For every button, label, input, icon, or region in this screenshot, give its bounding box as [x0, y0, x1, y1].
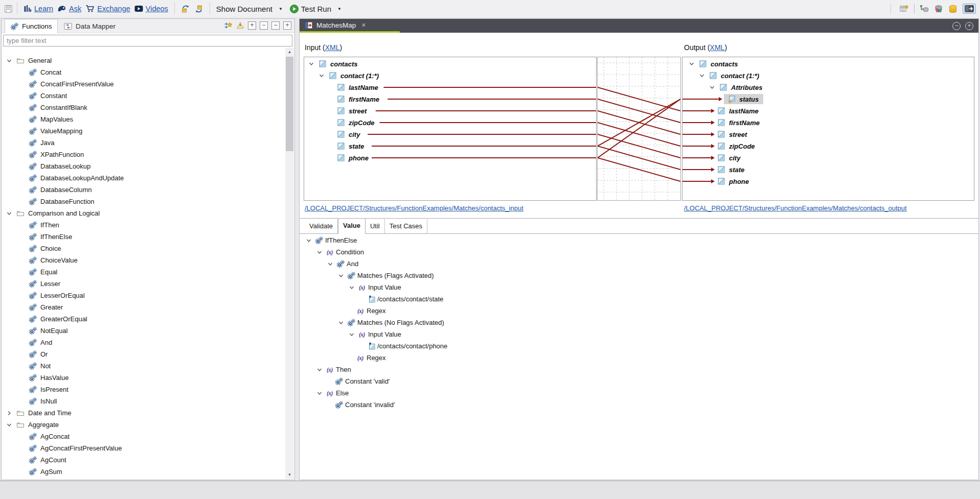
- chevron-down-icon[interactable]: [337, 273, 345, 279]
- exchange-link-label[interactable]: Exchange: [97, 5, 130, 13]
- filter-input[interactable]: [3, 35, 292, 46]
- function-category-row[interactable]: Date and Time: [2, 407, 285, 419]
- schema-node-lastname[interactable]: lastName: [682, 105, 974, 116]
- show-document-dropdown[interactable]: Show Document ▼: [216, 5, 283, 13]
- chevron-down-icon[interactable]: [318, 73, 325, 79]
- function-row[interactable]: IfThen: [2, 219, 285, 231]
- maximize-view-icon[interactable]: +: [283, 21, 291, 30]
- schema-node-city[interactable]: city: [682, 152, 974, 163]
- output-xml-link[interactable]: XML: [710, 43, 725, 52]
- function-row[interactable]: AgCount: [2, 454, 285, 466]
- value-tree-row[interactable]: (x)Input Value: [300, 328, 978, 340]
- test-run-button[interactable]: Test Run ▼: [290, 5, 341, 13]
- function-row[interactable]: ValueMapping: [2, 125, 285, 137]
- function-row[interactable]: Choice: [2, 243, 285, 254]
- function-row[interactable]: Or: [2, 348, 285, 360]
- db-report-icon[interactable]: [934, 5, 943, 13]
- value-tree-row[interactable]: Constant 'valid': [300, 375, 978, 387]
- tab-data-mapper[interactable]: Data Mapper: [59, 19, 121, 33]
- value-tree-row[interactable]: (x)Then: [300, 364, 978, 375]
- function-row[interactable]: HasValue: [2, 372, 285, 384]
- import-function-icon[interactable]: [236, 21, 244, 30]
- schema-node-zipcode[interactable]: zipCode: [304, 117, 596, 128]
- function-row[interactable]: Java: [2, 137, 285, 149]
- function-row[interactable]: LesserOrEqual: [2, 290, 285, 301]
- tab-test-cases[interactable]: Test Cases: [385, 219, 427, 233]
- function-row[interactable]: AgConcatFirstPresentValue: [2, 442, 285, 454]
- function-row[interactable]: DatabaseFunction: [2, 196, 285, 207]
- function-row[interactable]: DatabaseColumn: [2, 184, 285, 196]
- chevron-down-icon[interactable]: [709, 84, 716, 90]
- scrollbar-thumb[interactable]: [286, 57, 293, 151]
- chevron-down-icon[interactable]: [315, 390, 324, 396]
- ask-link[interactable]: Ask: [57, 5, 81, 13]
- scroll-up-icon[interactable]: ▲: [285, 47, 294, 56]
- tab-util[interactable]: Util: [366, 219, 385, 233]
- sync-pull-icon[interactable]: [181, 5, 190, 13]
- value-tree-row[interactable]: (x)Input Value: [300, 281, 978, 293]
- sync-push-icon[interactable]: [194, 5, 203, 13]
- function-row[interactable]: IfThenElse: [2, 231, 285, 243]
- schema-node-phone[interactable]: phone: [304, 152, 596, 163]
- schema-node-state[interactable]: state: [304, 140, 596, 152]
- schema-node-firstname[interactable]: firstName: [304, 93, 596, 105]
- schema-node-contacts[interactable]: contacts: [304, 58, 596, 69]
- tab-validate[interactable]: Validate: [305, 219, 338, 233]
- structure-tree-icon[interactable]: [920, 5, 929, 13]
- function-row[interactable]: DatabaseLookup: [2, 160, 285, 172]
- function-row[interactable]: Not: [2, 360, 285, 372]
- function-row[interactable]: IsNull: [2, 395, 285, 407]
- function-row[interactable]: GreaterOrEqual: [2, 313, 285, 325]
- videos-link[interactable]: Videos: [134, 5, 168, 13]
- chevron-down-icon[interactable]: [315, 367, 324, 373]
- active-perspective-button[interactable]: [963, 4, 976, 14]
- chevron-down-icon[interactable]: [698, 73, 705, 79]
- value-tree-row[interactable]: Constant 'invalid': [300, 399, 978, 411]
- function-category-row[interactable]: General: [2, 55, 285, 66]
- chevron-down-icon[interactable]: [6, 210, 13, 217]
- schema-node-attributes[interactable]: Attributes: [682, 82, 974, 93]
- value-tree-row[interactable]: Matches (No Flags Activated): [300, 317, 978, 328]
- schema-node-firstname[interactable]: firstName: [682, 117, 974, 128]
- function-row[interactable]: ConcatFirstPresentValue: [2, 78, 285, 90]
- chevron-down-icon[interactable]: [315, 249, 324, 255]
- new-table-icon[interactable]: [900, 5, 909, 13]
- chevron-down-icon[interactable]: [337, 320, 345, 326]
- schema-node-city[interactable]: city: [304, 129, 596, 140]
- schema-node-lastname[interactable]: lastName: [304, 82, 596, 93]
- function-row[interactable]: Greater: [2, 301, 285, 313]
- value-tree-row[interactable]: /contacts/contact/phone: [300, 340, 978, 352]
- maximize-editor-icon[interactable]: +: [965, 22, 973, 30]
- input-xml-link[interactable]: XML: [325, 43, 340, 52]
- schema-node-status[interactable]: status: [682, 93, 974, 105]
- scroll-down-icon[interactable]: ▼: [285, 470, 294, 479]
- function-row[interactable]: IsPresent: [2, 384, 285, 395]
- schema-node-contact-1-[interactable]: contact (1:*): [682, 70, 974, 81]
- function-row[interactable]: AgConcat: [2, 431, 285, 442]
- function-category-row[interactable]: Aggregate: [2, 419, 285, 431]
- mapping-canvas[interactable]: [597, 57, 681, 201]
- schema-node-contact-1-[interactable]: contact (1:*): [304, 70, 596, 81]
- schema-node-street[interactable]: street: [682, 129, 974, 140]
- close-icon[interactable]: ×: [361, 21, 366, 29]
- save-icon[interactable]: [4, 5, 13, 13]
- expand-all-icon[interactable]: +: [248, 21, 256, 30]
- chevron-down-icon[interactable]: [688, 61, 695, 67]
- value-tree-row[interactable]: /contacts/contact/state: [300, 293, 978, 305]
- output-resource-link[interactable]: /LOCAL_PROJECT/Structures/FunctionExampl…: [684, 204, 907, 212]
- function-row[interactable]: NotEqual: [2, 325, 285, 337]
- schema-node-state[interactable]: state: [682, 164, 974, 175]
- schema-node-phone[interactable]: phone: [682, 176, 974, 187]
- editor-tab-matchesmap[interactable]: MatchesMap ×: [300, 19, 400, 33]
- function-row[interactable]: [2, 478, 285, 479]
- chevron-down-icon[interactable]: [305, 237, 313, 244]
- functions-scrollbar[interactable]: ▲ ▼: [285, 47, 294, 479]
- function-row[interactable]: MapValues: [2, 113, 285, 125]
- chevron-down-icon[interactable]: [308, 61, 315, 67]
- link-with-editor-icon[interactable]: [224, 21, 233, 30]
- chevron-right-icon[interactable]: [6, 410, 13, 416]
- schema-node-zipcode[interactable]: zipCode: [682, 140, 974, 152]
- schema-node-contacts[interactable]: contacts: [682, 58, 974, 69]
- function-row[interactable]: ChoiceValue: [2, 254, 285, 266]
- function-row[interactable]: Concat: [2, 66, 285, 78]
